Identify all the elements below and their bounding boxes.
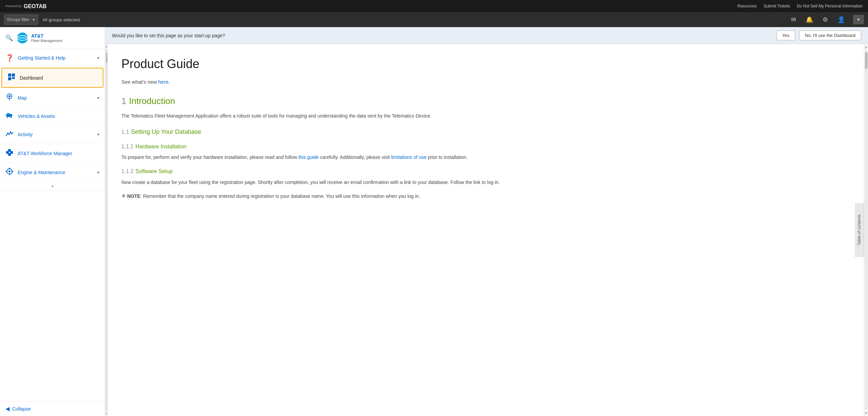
yes-button[interactable]: Yes [776, 30, 795, 40]
vehicles-icon [5, 112, 14, 120]
sidebar: 🔍 AT&T Fleet Management ❓ Getting Starte… [0, 27, 105, 416]
section-1-number: 1 [121, 96, 126, 106]
right-scrollbar[interactable]: ▲ ▼ [864, 44, 868, 416]
sidebar-item-engine[interactable]: Engine & Maintenance ▾ [0, 163, 105, 182]
scroll-track[interactable] [865, 50, 868, 410]
sidebar-item-map[interactable]: Map ▾ [0, 88, 105, 107]
sidebar-item-getting-started[interactable]: ❓ Getting Started & Help ▾ [0, 49, 105, 67]
bell-icon-button[interactable]: 🔔 [804, 15, 814, 25]
sidebar-item-activity[interactable]: Activity ▾ [0, 125, 105, 144]
top-bar: Powered by GEOTAB Resources Submit Ticke… [0, 0, 868, 12]
map-chevron-icon: ▾ [97, 96, 99, 100]
toc-area: Table of contents [854, 44, 864, 416]
svg-point-14 [11, 117, 12, 118]
brand-text: AT&T Fleet Management [31, 33, 62, 43]
search-button[interactable]: 🔍 [5, 34, 13, 42]
engine-icon [5, 168, 14, 177]
note-text: : Remember that the company name entered… [140, 193, 420, 199]
sidebar-scroll-down[interactable]: ▾ [0, 182, 105, 191]
left-scroll-handle [106, 53, 107, 63]
scroll-down-arrow[interactable]: ▼ [864, 410, 868, 416]
sidebar-header: 🔍 AT&T Fleet Management [0, 27, 105, 49]
map-icon [5, 93, 14, 102]
collapse-label: Collapse [12, 406, 31, 412]
engine-chevron-icon: ▾ [97, 170, 99, 175]
groups-filter-label: Groups filter [7, 17, 29, 22]
sidebar-item-label-dashboard: Dashboard [20, 75, 97, 81]
svg-rect-12 [7, 113, 10, 115]
section-1-title: Introduction [129, 96, 175, 106]
svg-point-10 [8, 95, 11, 97]
scroll-down-indicator: ▾ [52, 184, 54, 189]
scroll-up-arrow[interactable]: ▲ [864, 44, 868, 50]
dashboard-icon [7, 73, 16, 82]
doc-title: Product Guide [121, 54, 837, 74]
resources-link[interactable]: Resources [737, 4, 757, 8]
sidebar-nav: ❓ Getting Started & Help ▾ Dashboard [0, 49, 105, 401]
section-1-1-1-body: To prepare for, perform and verify your … [121, 153, 837, 162]
left-scroll-up[interactable]: ▲ [105, 44, 108, 49]
mail-icon-button[interactable]: ✉ [790, 15, 797, 25]
main-layout: 🔍 AT&T Fleet Management ❓ Getting Starte… [0, 27, 868, 416]
doc-subtitle: See what's new here. [121, 78, 837, 86]
svg-rect-17 [8, 149, 11, 152]
document-area: Table of contents ▲ ▼ ▲ ▼ Product Guide [105, 44, 868, 416]
sidebar-item-label-workforce: AT&T Workforce Manager [18, 151, 99, 156]
sidebar-item-label-map: Map [18, 95, 93, 101]
startup-question-text: Would you like to set this page as your … [112, 33, 772, 38]
collapse-button[interactable]: ◀ Collapse [0, 401, 105, 416]
collapse-icon: ◀ [5, 405, 9, 412]
svg-rect-7 [8, 77, 11, 80]
section-1-1-2-header: 1.1.2Software Setup [121, 167, 837, 176]
sidebar-item-label-vehicles: Vehicles & Assets [18, 113, 99, 119]
sidebar-item-dashboard[interactable]: Dashboard [1, 68, 103, 88]
groups-filter-dropdown[interactable]: Groups filter ▼ [4, 15, 38, 25]
section-1-body: The Telematics Fleet Management Applicat… [121, 112, 837, 120]
here-link[interactable]: here [158, 79, 169, 85]
svg-rect-5 [8, 74, 11, 77]
note-box: ✳NOTE: Remember that the company name en… [121, 191, 837, 201]
powered-by-text: Powered by [5, 4, 22, 8]
svg-rect-21 [9, 168, 10, 169]
section-1-1-2-body: Now create a database for your fleet usi… [121, 179, 837, 187]
settings-icon-button[interactable]: ⚙ [821, 15, 829, 25]
toc-tab[interactable]: Table of contents [855, 203, 864, 257]
content-area: Would you like to set this page as your … [105, 27, 868, 416]
groups-selected-text: All groups selected [42, 17, 80, 22]
activity-chevron-icon: ▾ [97, 132, 99, 137]
user-dropdown[interactable]: ▼ [853, 15, 864, 24]
note-star: ✳ [121, 193, 126, 199]
chevron-down-icon: ▾ [97, 56, 99, 60]
left-scroll-track[interactable] [106, 49, 107, 411]
sidebar-item-label-activity: Activity [18, 132, 93, 137]
sidebar-item-workforce[interactable]: AT&T Workforce Manager [0, 144, 105, 163]
svg-rect-24 [12, 171, 13, 172]
doc-content: Product Guide See what's new here. 1Intr… [108, 44, 854, 416]
svg-rect-23 [6, 171, 7, 172]
do-not-sell-link[interactable]: Do Not Sell My Personal Information [797, 4, 863, 8]
section-1-1-1-title: Hardware Installation [136, 144, 186, 149]
section-1-1-number: 1.1 [121, 129, 129, 135]
getting-started-icon: ❓ [5, 54, 14, 62]
sidebar-item-label-getting-started: Getting Started & Help [18, 55, 93, 61]
startup-banner: Would you like to set this page as your … [105, 27, 868, 44]
note-bold: NOTE [127, 193, 140, 199]
user-dropdown-arrow: ▼ [856, 17, 861, 22]
section-1-1-title: Setting Up Your Database [131, 128, 201, 135]
brand-subtitle: Fleet Management [31, 39, 62, 43]
svg-point-13 [7, 117, 8, 118]
section-1-1-2-number: 1.1.2 [121, 168, 134, 174]
svg-rect-22 [9, 173, 10, 175]
svg-point-20 [8, 170, 11, 172]
this-guide-link[interactable]: this guide [298, 154, 319, 160]
no-dashboard-button[interactable]: No, I'll use the Dashboard [799, 30, 861, 40]
limitations-link[interactable]: limitations of use [391, 154, 427, 160]
left-scroll-down[interactable]: ▼ [105, 411, 108, 416]
sidebar-item-label-engine: Engine & Maintenance [18, 170, 93, 175]
submit-tickets-link[interactable]: Submit Tickets [764, 4, 790, 8]
svg-rect-8 [12, 77, 15, 79]
user-icon-button[interactable]: 👤 [836, 15, 846, 25]
section-1-header: 1Introduction [121, 94, 837, 108]
top-bar-left: Powered by GEOTAB [5, 3, 54, 9]
sidebar-item-vehicles[interactable]: Vehicles & Assets [0, 107, 105, 125]
